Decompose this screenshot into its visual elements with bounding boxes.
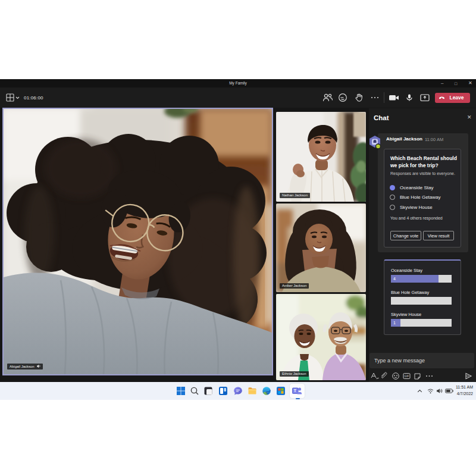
svg-text:GIF: GIF [405,375,409,378]
svg-text:T: T [294,388,297,393]
